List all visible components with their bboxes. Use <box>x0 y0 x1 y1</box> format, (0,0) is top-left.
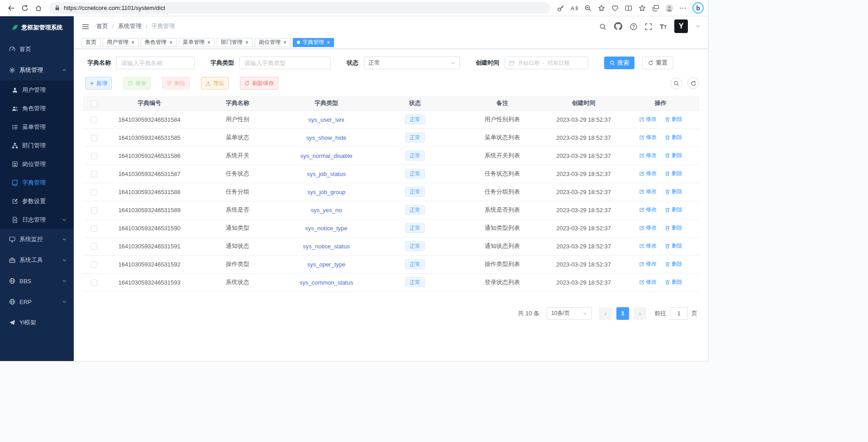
status-select[interactable]: 正常 <box>364 57 460 69</box>
row-checkbox[interactable] <box>91 117 97 123</box>
sidebar-item-roles[interactable]: 角色管理 <box>0 99 74 118</box>
edit-button[interactable]: 修改 <box>123 77 151 90</box>
goto-page-input[interactable] <box>670 307 688 320</box>
row-edit-button[interactable]: 修改 <box>639 170 657 177</box>
browser-essentials-icon[interactable] <box>608 2 622 14</box>
row-delete-button[interactable]: 删除 <box>665 133 682 141</box>
add-button[interactable]: 新增 <box>85 77 112 90</box>
dict-type-link[interactable]: sys_show_hide <box>306 134 347 141</box>
toggle-search-button[interactable] <box>670 77 682 89</box>
dict-type-link[interactable]: sys_common_status <box>300 279 353 286</box>
row-checkbox[interactable] <box>91 207 97 214</box>
prev-page-button[interactable]: ‹ <box>599 307 612 320</box>
row-checkbox[interactable] <box>91 171 97 177</box>
row-delete-button[interactable]: 删除 <box>665 206 682 214</box>
tab[interactable]: 字典管理 × <box>293 38 334 47</box>
row-delete-button[interactable]: 删除 <box>665 152 682 159</box>
sidebar-item-logs[interactable]: 日志管理 <box>0 210 74 229</box>
row-delete-button[interactable]: 删除 <box>665 278 682 286</box>
row-delete-button[interactable]: 删除 <box>665 170 682 177</box>
tab[interactable]: 菜单管理 × <box>179 38 215 47</box>
sidebar-item-system[interactable]: 系统管理 <box>0 60 74 81</box>
tab-close-icon[interactable]: × <box>283 39 286 46</box>
create-time-range-picker[interactable]: 开始日期 - 结束日期 <box>505 57 588 69</box>
dict-type-link[interactable]: sys_user_sex <box>308 116 344 123</box>
address-bar[interactable]: https://ccnetcore.com:1101/system/dict <box>49 2 550 14</box>
row-edit-button[interactable]: 修改 <box>639 260 657 268</box>
profile-avatar[interactable] <box>663 2 676 14</box>
breadcrumb-system[interactable]: 系统管理 <box>118 22 142 30</box>
row-checkbox[interactable] <box>91 189 97 195</box>
row-edit-button[interactable]: 修改 <box>639 188 657 195</box>
help-icon[interactable] <box>630 22 637 30</box>
row-edit-button[interactable]: 修改 <box>639 278 657 286</box>
row-delete-button[interactable]: 删除 <box>665 242 682 250</box>
tab-close-icon[interactable]: × <box>245 39 248 46</box>
breadcrumb-home[interactable]: 首页 <box>96 22 108 30</box>
tab-close-icon[interactable]: × <box>131 39 134 46</box>
row-checkbox[interactable] <box>91 135 97 141</box>
dict-type-link[interactable]: sys_yes_no <box>311 207 342 214</box>
header-search-icon[interactable] <box>599 22 606 30</box>
row-checkbox[interactable] <box>91 280 97 286</box>
row-checkbox[interactable] <box>91 153 97 159</box>
delete-button[interactable]: 删除 <box>162 77 190 90</box>
next-page-button[interactable]: › <box>634 307 646 320</box>
dict-type-link[interactable]: sys_job_status <box>307 171 346 177</box>
row-checkbox[interactable] <box>91 261 97 268</box>
row-delete-button[interactable]: 删除 <box>665 260 682 268</box>
row-checkbox[interactable] <box>91 225 97 232</box>
row-edit-button[interactable]: 修改 <box>639 224 657 232</box>
read-aloud-icon[interactable] <box>568 2 581 14</box>
row-edit-button[interactable]: 修改 <box>639 133 657 141</box>
tab[interactable]: 岗位管理 × <box>255 38 291 47</box>
sidebar-item-menus[interactable]: 菜单管理 <box>0 118 74 136</box>
tab-close-icon[interactable]: × <box>207 39 210 46</box>
reload-button[interactable] <box>18 2 32 14</box>
back-button[interactable] <box>5 2 18 14</box>
password-key-icon[interactable] <box>554 2 568 14</box>
tab-close-icon[interactable]: × <box>169 39 172 46</box>
sidebar-item-monitor[interactable]: 系统监控 <box>0 229 74 250</box>
dict-name-input[interactable] <box>116 57 195 69</box>
tab-close-icon[interactable]: × <box>327 39 330 46</box>
sidebar-item-home[interactable]: 首页 <box>0 39 74 60</box>
more-menu-icon[interactable]: ⋯ <box>676 2 690 14</box>
search-button[interactable]: 搜索 <box>604 57 634 69</box>
tab[interactable]: 角色管理 × <box>141 38 176 47</box>
export-button[interactable]: 导出 <box>201 77 229 90</box>
dict-type-link[interactable]: sys_oper_type <box>307 261 346 268</box>
select-all-checkbox[interactable] <box>91 100 97 107</box>
row-edit-button[interactable]: 修改 <box>639 242 657 250</box>
row-edit-button[interactable]: 修改 <box>639 206 657 214</box>
split-screen-icon[interactable] <box>622 2 635 14</box>
font-size-icon[interactable]: TT <box>660 23 667 30</box>
sidebar-item-bbs[interactable]: BBS <box>0 271 74 291</box>
refresh-table-button[interactable] <box>687 77 699 89</box>
sidebar-item-parameters[interactable]: 参数设置 <box>0 192 74 210</box>
zoom-out-icon[interactable] <box>581 2 595 14</box>
dict-type-link[interactable]: sys_normal_disable <box>300 152 353 159</box>
row-edit-button[interactable]: 修改 <box>639 152 657 159</box>
home-button[interactable] <box>32 2 45 14</box>
sidebar-item-departments[interactable]: 部门管理 <box>0 136 74 155</box>
tab[interactable]: 用户管理 × <box>103 38 138 47</box>
bing-icon[interactable]: b <box>692 2 704 14</box>
sidebar-item-erp[interactable]: ERP <box>0 291 74 312</box>
favorites-bar-icon[interactable] <box>635 2 649 14</box>
user-avatar[interactable]: Y <box>674 19 688 33</box>
fullscreen-icon[interactable] <box>645 22 652 30</box>
reset-button[interactable]: 重置 <box>642 57 673 69</box>
dict-type-input[interactable] <box>239 57 331 69</box>
url-text[interactable]: https://ccnetcore.com:1101/system/dict <box>64 5 165 11</box>
dict-type-link[interactable]: sys_notice_status <box>303 243 349 250</box>
avatar-caret-icon[interactable] <box>696 24 700 29</box>
tab[interactable]: 部门管理 × <box>217 38 253 47</box>
row-delete-button[interactable]: 删除 <box>665 188 682 195</box>
row-edit-button[interactable]: 修改 <box>639 115 657 123</box>
current-page-button[interactable]: 1 <box>616 307 629 320</box>
row-delete-button[interactable]: 删除 <box>665 224 682 232</box>
sidebar-item-positions[interactable]: 岗位管理 <box>0 155 74 173</box>
sidebar-item-tools[interactable]: 系统工具 <box>0 250 74 271</box>
dict-type-link[interactable]: sys_notice_type <box>305 225 347 232</box>
